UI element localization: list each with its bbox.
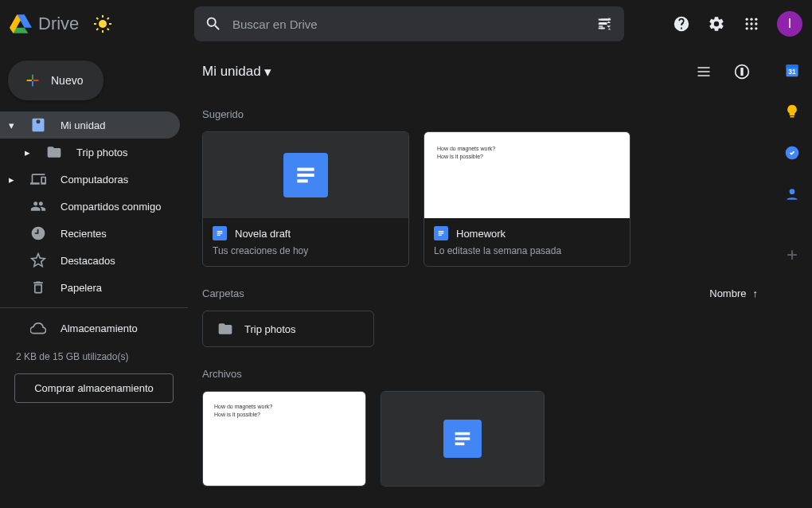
svg-marker-13	[608, 29, 611, 30]
svg-line-3	[97, 18, 99, 19]
drive-logo-icon[interactable]	[10, 13, 32, 35]
addons-icon[interactable]: +	[787, 244, 798, 266]
preview	[203, 132, 408, 218]
avatar[interactable]: I	[777, 11, 802, 37]
suggested-title: Sugerido	[202, 108, 758, 120]
buy-storage-button[interactable]: Comprar almacenamiento	[14, 373, 174, 403]
sort-button[interactable]: Nombre ↑	[709, 287, 758, 299]
svg-rect-23	[297, 168, 314, 171]
svg-rect-24	[297, 174, 314, 177]
docs-icon	[434, 226, 448, 240]
svg-rect-34	[455, 443, 465, 446]
docs-icon	[213, 226, 227, 240]
arrow-up-icon: ↑	[753, 287, 759, 299]
header-actions: I	[666, 8, 802, 40]
folder-icon	[46, 144, 62, 160]
svg-rect-26	[217, 231, 223, 232]
preview	[381, 392, 544, 486]
chevron-down-icon: ▾	[264, 64, 271, 80]
svg-point-20	[746, 27, 748, 29]
svg-rect-30	[439, 233, 444, 233]
file-item[interactable]	[381, 391, 545, 487]
file-item[interactable]: How do magnets work?How is it possible?	[202, 391, 366, 487]
sort-label: Nombre	[709, 287, 746, 299]
main: Mi unidad ▾ Sugerido	[188, 48, 772, 508]
main-header: Mi unidad ▾	[188, 48, 772, 96]
docs-icon	[443, 420, 482, 458]
search-icon[interactable]	[201, 11, 226, 37]
nav-label: Almacenamiento	[61, 322, 138, 334]
svg-point-19	[755, 22, 757, 25]
svg-rect-9	[599, 19, 609, 21]
nav-computers[interactable]: ▸ Computadoras	[0, 166, 180, 193]
keep-icon[interactable]	[784, 104, 800, 119]
search-input[interactable]	[232, 18, 586, 31]
contacts-icon[interactable]	[784, 186, 800, 202]
drive-icon	[30, 117, 46, 133]
nav-label: Recientes	[61, 228, 107, 240]
tasks-icon[interactable]	[784, 145, 800, 161]
svg-rect-31	[439, 235, 442, 236]
devices-icon	[30, 171, 46, 187]
folders-title: Carpetas	[202, 287, 244, 299]
new-button[interactable]: Nuevo	[8, 61, 103, 100]
search-options-icon[interactable]	[592, 11, 618, 37]
card-subtitle: Tus creaciones de hoy	[213, 245, 399, 256]
svg-rect-11	[599, 28, 603, 29]
svg-line-4	[107, 29, 109, 30]
docs-icon	[283, 153, 328, 197]
settings-icon[interactable]	[701, 8, 732, 40]
header: Drive I	[0, 0, 812, 48]
list-view-icon[interactable]	[688, 56, 720, 88]
calendar-icon[interactable]: 31	[784, 62, 800, 78]
divider	[0, 307, 188, 308]
nav-starred[interactable]: Destacados	[0, 247, 180, 274]
info-icon[interactable]	[726, 56, 758, 88]
svg-rect-28	[217, 235, 221, 236]
svg-point-15	[750, 18, 752, 21]
svg-text:31: 31	[788, 68, 796, 76]
people-icon	[30, 198, 46, 214]
sun-icon[interactable]	[92, 13, 114, 35]
breadcrumb-label: Mi unidad	[202, 64, 261, 80]
side-panel: 31 +	[772, 48, 812, 508]
svg-line-8	[107, 18, 109, 19]
svg-point-21	[750, 27, 752, 29]
trash-icon	[30, 279, 46, 295]
nav-my-drive[interactable]: ▾ Mi unidad	[0, 111, 180, 139]
caret-down-icon: ▾	[6, 119, 16, 131]
search-bar[interactable]	[194, 6, 624, 41]
folder-name: Trip photos	[244, 323, 296, 335]
nav-label: Compartidos conmigo	[61, 201, 161, 213]
new-button-label: Nuevo	[51, 74, 83, 87]
suggested-card[interactable]: Novela draft Tus creaciones de hoy	[202, 131, 409, 267]
svg-point-14	[746, 18, 748, 21]
caret-right-icon: ▸	[6, 174, 16, 186]
card-title: Novela draft	[235, 228, 291, 240]
nav-label: Papelera	[61, 282, 102, 294]
nav-label: Destacados	[61, 255, 115, 267]
svg-point-17	[746, 22, 748, 25]
nav-storage[interactable]: Almacenamiento	[0, 315, 180, 342]
sidebar: Nuevo ▾ Mi unidad ▸ Trip photos ▸ Comput…	[0, 48, 188, 508]
card-subtitle: Lo editaste la semana pasada	[434, 245, 620, 256]
caret-right-icon: ▸	[22, 147, 32, 158]
svg-point-39	[790, 189, 795, 194]
logo-section: Drive	[10, 13, 188, 35]
folder-item[interactable]: Trip photos	[202, 311, 374, 347]
nav-shared[interactable]: Compartidos conmigo	[0, 193, 180, 220]
app-name: Drive	[38, 14, 79, 34]
svg-point-16	[755, 18, 757, 21]
nav-label: Computadoras	[61, 174, 128, 186]
nav-trip-photos[interactable]: ▸ Trip photos	[0, 139, 180, 166]
nav-trash[interactable]: Papelera	[0, 274, 180, 301]
nav-recent[interactable]: Recientes	[0, 220, 180, 247]
suggested-card[interactable]: How do magnets work?How is it possible? …	[424, 131, 630, 267]
apps-icon[interactable]	[736, 8, 767, 40]
svg-rect-32	[455, 432, 470, 436]
breadcrumb[interactable]: Mi unidad ▾	[202, 64, 271, 80]
help-icon[interactable]	[666, 8, 697, 40]
svg-rect-27	[217, 233, 223, 233]
svg-rect-33	[455, 437, 470, 440]
storage-usage-text: 2 KB de 15 GB utilizado(s)	[0, 342, 188, 369]
